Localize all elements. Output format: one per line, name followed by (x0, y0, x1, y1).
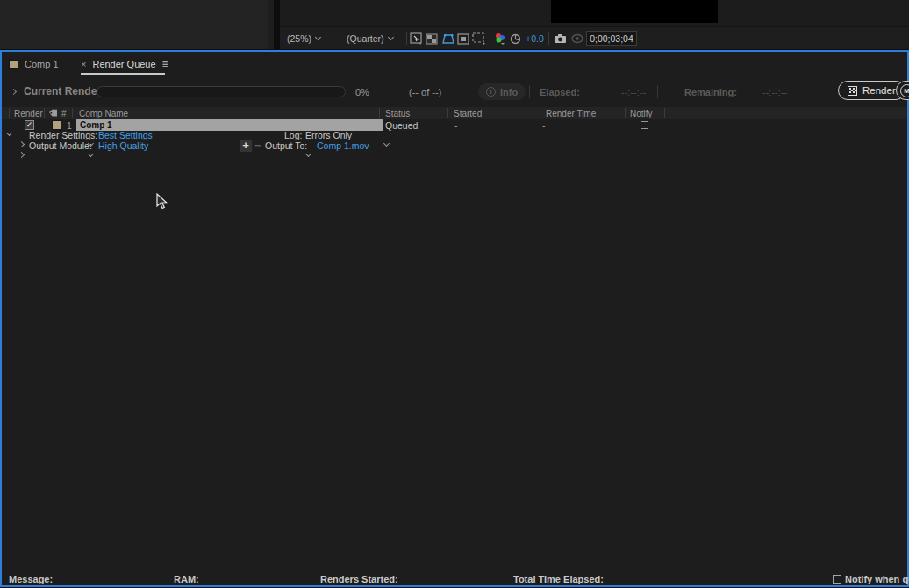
divider (657, 85, 658, 98)
current-render-section[interactable]: Current Render (11, 85, 101, 97)
composition-viewport (551, 0, 718, 23)
view-layout-button[interactable] (472, 32, 486, 46)
current-render-label: Current Render (24, 85, 101, 97)
render-icon (848, 86, 857, 96)
tab-render-queue[interactable]: × Render Queue ≡ (81, 54, 168, 74)
add-output-module-button[interactable]: + (240, 140, 252, 152)
header-render: Render (14, 109, 43, 118)
panel-menu-icon[interactable]: ≡ (162, 58, 168, 70)
header-divider (664, 108, 665, 118)
header-status: Status (385, 109, 410, 118)
chevron-right-icon (18, 152, 25, 158)
header-divider (379, 108, 380, 118)
magnification-value: (25%) (287, 33, 311, 44)
header-comp-name: Comp Name (79, 109, 128, 118)
project-panel (0, 0, 268, 49)
log-label: Log: (284, 130, 302, 140)
media-encoder-icon: M (900, 84, 909, 97)
header-divider (9, 108, 10, 118)
tab-label: Render Queue (92, 59, 155, 69)
header-divider (540, 108, 540, 118)
elapsed-value: --:--:-- (621, 87, 646, 97)
chevron-down-icon (305, 151, 311, 157)
output-module-label: Output Module: (29, 140, 92, 151)
take-snapshot-button[interactable] (554, 32, 567, 46)
tab-comp-1[interactable]: Comp 1 (9, 54, 59, 74)
row-expander[interactable] (7, 123, 11, 139)
notify-checkbox[interactable] (641, 121, 648, 129)
close-icon[interactable]: × (81, 59, 86, 69)
header-started: Started (454, 109, 482, 118)
output-to-value-link[interactable]: Comp 1.mov (317, 140, 369, 151)
label-color-swatch[interactable] (52, 120, 61, 130)
reset-exposure-icon (510, 33, 521, 45)
render-queue-panel: Comp 1 × Render Queue ≡ Current Render 0… (0, 50, 909, 587)
exposure-value[interactable]: +0.0 (526, 32, 544, 46)
toolbar-divider (548, 32, 549, 45)
view-layout-icon (472, 32, 486, 45)
tab-label: Comp 1 (25, 59, 59, 69)
app-window: (25%) (Quarter) (0, 0, 909, 588)
header-divider (72, 108, 73, 118)
output-module-expander[interactable] (19, 145, 24, 161)
composition-panel: (25%) (Quarter) (280, 0, 909, 49)
output-module-dropdown[interactable] (89, 144, 93, 160)
remaining-value: --:--:-- (762, 87, 787, 97)
status-cell: Queued (385, 120, 418, 131)
transparency-grid-button[interactable] (426, 32, 438, 46)
resolution-dropdown[interactable]: (Quarter) (347, 32, 393, 46)
info-button[interactable]: i Info (478, 83, 526, 100)
info-label: Info (500, 87, 518, 97)
snapshot-camera-icon (554, 33, 567, 44)
render-button-label: Render (862, 85, 896, 96)
region-of-interest-icon (457, 33, 469, 45)
info-icon: i (486, 87, 496, 97)
output-module-value-link[interactable]: High Quality (98, 140, 148, 151)
toolbar-divider (490, 32, 490, 45)
resolution-value: (Quarter) (347, 33, 384, 44)
chevron-down-icon (388, 34, 394, 40)
render-settings-label: Render Settings: (29, 130, 97, 140)
render-settings-value-link[interactable]: Best Settings (98, 130, 153, 140)
toolbar-divider (583, 32, 583, 45)
remove-output-module-button[interactable]: − (254, 139, 261, 152)
reset-exposure-button[interactable] (510, 32, 521, 46)
grid-guides-options-button[interactable] (410, 32, 423, 46)
comp-name-text: Comp 1 (80, 120, 112, 130)
show-snapshot-icon (571, 33, 583, 44)
composition-icon (9, 60, 18, 69)
grid-guides-icon (410, 32, 423, 45)
exposure-text: +0.0 (526, 33, 544, 44)
header-divider (625, 108, 626, 118)
chevron-down-icon (315, 34, 321, 40)
transparency-grid-icon (426, 33, 438, 45)
show-snapshot-button[interactable] (571, 32, 583, 46)
remaining-label: Remaining: (684, 87, 737, 97)
panel-focus-dashed-line (2, 584, 907, 584)
chevron-right-icon (11, 88, 17, 94)
notify-when-queue-checkbox[interactable] (833, 575, 841, 584)
queue-table-header: Render # Comp Name Status Started Render… (2, 107, 907, 119)
header-notify: Notify (630, 109, 653, 118)
chevron-down-icon (383, 140, 390, 147)
project-panel-edge (268, 0, 274, 49)
channel-settings-button[interactable] (494, 32, 506, 46)
region-of-interest-button[interactable] (457, 32, 469, 46)
channel-colors-icon (494, 32, 506, 45)
progress-frames: (-- of --) (409, 87, 441, 97)
toolbar-divider (406, 32, 407, 45)
timecode-display[interactable]: 0;00;03;04 (586, 31, 637, 46)
output-to-dropdown[interactable] (306, 144, 311, 160)
mask-path-visibility-button[interactable] (441, 32, 454, 46)
render-enable-checkbox[interactable]: ✓ (25, 120, 34, 130)
composition-toolbar: (25%) (Quarter) (280, 26, 909, 49)
header-divider (44, 108, 45, 118)
label-tag-icon (48, 109, 58, 118)
queue-in-ame-button[interactable]: M (896, 81, 909, 100)
log-dropdown-arrow[interactable] (384, 133, 389, 149)
elapsed-label: Elapsed: (540, 87, 580, 97)
header-number: # (61, 109, 67, 118)
progress-percent: 0% (355, 87, 369, 97)
magnification-dropdown[interactable]: (25%) (287, 32, 320, 46)
log-dropdown[interactable]: Errors Only (305, 130, 352, 140)
